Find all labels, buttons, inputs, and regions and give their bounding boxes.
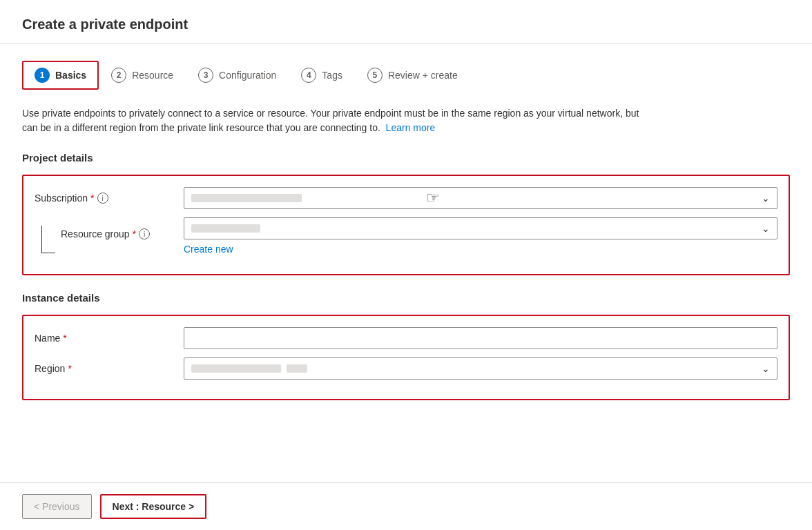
next-resource-button[interactable]: Next : Resource > xyxy=(100,494,207,519)
region-row: Region * ⌄ xyxy=(35,357,777,380)
tab-configuration[interactable]: 3 Configuration xyxy=(186,61,289,90)
step-circle-1: 1 xyxy=(35,68,50,83)
subscription-value-placeholder xyxy=(191,194,302,202)
region-label-group: Region * xyxy=(35,357,173,374)
region-control: ⌄ xyxy=(184,357,777,380)
wizard-steps: 1 Basics 2 Resource 3 Configuration 4 Ta… xyxy=(22,61,790,90)
name-label-group: Name * xyxy=(35,327,173,344)
subscription-label-group: Subscription * i xyxy=(35,187,173,204)
tab-resource[interactable]: 2 Resource xyxy=(99,61,186,90)
step-circle-5: 5 xyxy=(367,68,383,83)
create-new-link[interactable]: Create new xyxy=(184,244,233,255)
name-row: Name * xyxy=(35,327,777,349)
instance-details-section: Name * Region * xyxy=(22,315,790,400)
tab-tags[interactable]: 4 Tags xyxy=(289,61,355,90)
step-label-review-create: Review + create xyxy=(388,70,458,81)
step-label-tags: Tags xyxy=(322,70,342,81)
tab-basics[interactable]: 1 Basics xyxy=(22,61,99,90)
resource-group-chevron-icon: ⌄ xyxy=(762,223,770,234)
subscription-label: Subscription * i xyxy=(35,193,173,204)
step-circle-4: 4 xyxy=(301,68,316,83)
step-circle-3: 3 xyxy=(198,68,213,83)
name-required: * xyxy=(63,333,66,344)
project-details-section: Subscription * i ⌄ ☞ xyxy=(22,175,790,275)
tree-line xyxy=(41,226,55,253)
resource-group-label-group: Resource group * i xyxy=(35,217,173,253)
resource-group-value-placeholder xyxy=(191,224,260,233)
name-label: Name * xyxy=(35,333,173,344)
step-label-resource: Resource xyxy=(132,70,173,81)
card-header: Create a private endpoint xyxy=(0,0,812,44)
step-circle-2: 2 xyxy=(111,68,126,83)
resource-group-dropdown[interactable]: ⌄ xyxy=(184,217,777,239)
main-card: Create a private endpoint 1 Basics 2 Res… xyxy=(0,0,812,530)
description-text: Use private endpoints to privately conne… xyxy=(22,106,644,135)
region-required: * xyxy=(68,363,71,374)
instance-details-heading: Instance details xyxy=(22,292,790,304)
card-body: 1 Basics 2 Resource 3 Configuration 4 Ta… xyxy=(0,44,812,482)
tab-review-create[interactable]: 5 Review + create xyxy=(355,61,470,90)
learn-more-link[interactable]: Learn more xyxy=(386,122,436,133)
name-control xyxy=(184,327,777,349)
region-label: Region * xyxy=(35,363,173,374)
subscription-row: Subscription * i ⌄ ☞ xyxy=(35,187,777,209)
resource-group-required: * xyxy=(133,228,136,239)
footer: < Previous Next : Resource > xyxy=(0,482,812,530)
indent-line: Resource group * i xyxy=(35,223,173,253)
subscription-control: ⌄ ☞ xyxy=(184,187,777,209)
project-details-heading: Project details xyxy=(22,152,790,164)
subscription-required: * xyxy=(90,193,94,204)
resource-group-row: Resource group * i ⌄ Create new xyxy=(35,217,777,255)
subscription-chevron-icon: ⌄ xyxy=(762,193,770,204)
resource-group-label: Resource group * i xyxy=(61,223,150,239)
region-dropdown[interactable]: ⌄ xyxy=(184,357,777,380)
region-value-placeholder xyxy=(191,364,281,373)
region-chevron-icon: ⌄ xyxy=(762,363,770,374)
resource-group-info-icon[interactable]: i xyxy=(139,228,150,239)
step-label-basics: Basics xyxy=(55,70,86,81)
step-label-configuration: Configuration xyxy=(219,70,276,81)
name-input[interactable] xyxy=(184,327,777,349)
resource-group-control: ⌄ Create new xyxy=(184,217,777,255)
subscription-dropdown[interactable]: ⌄ xyxy=(184,187,777,209)
page-wrapper: Create a private endpoint 1 Basics 2 Res… xyxy=(0,0,812,530)
subscription-info-icon[interactable]: i xyxy=(97,193,108,204)
page-title: Create a private endpoint xyxy=(22,17,790,32)
previous-button[interactable]: < Previous xyxy=(22,494,92,519)
region-value-placeholder2 xyxy=(287,364,307,373)
